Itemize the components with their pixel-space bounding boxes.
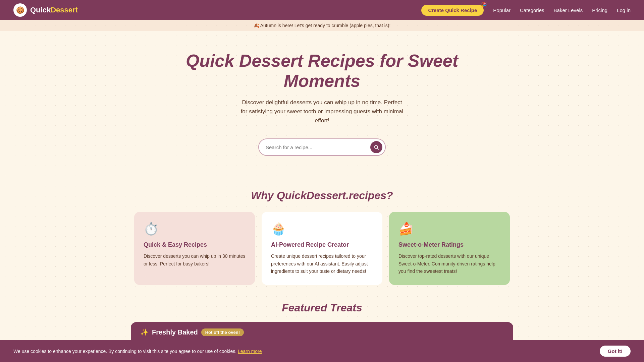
- card-title-2: Sweet-o-Meter Ratings: [398, 241, 500, 248]
- nav-link-baker-levels[interactable]: Baker Levels: [554, 7, 583, 13]
- freshly-baked-label: Freshly Baked: [152, 328, 198, 336]
- create-quick-recipe-button[interactable]: Create Quick Recipe: [421, 5, 484, 16]
- card-sweet-o-meter: 🍰 Sweet-o-Meter Ratings Discover top-rat…: [389, 212, 510, 285]
- nav-link-categories[interactable]: Categories: [520, 7, 544, 13]
- logo-icon: 🍪: [13, 3, 27, 17]
- hot-badge: Hot off the oven!: [201, 328, 244, 336]
- feature-cards: ⏱️ Quick & Easy Recipes Discover dessert…: [131, 212, 513, 285]
- nav-link-pricing[interactable]: Pricing: [592, 7, 607, 13]
- search-bar: [258, 138, 386, 156]
- search-icon: [374, 144, 379, 150]
- card-title-0: Quick & Easy Recipes: [144, 241, 246, 248]
- search-input[interactable]: [266, 144, 370, 150]
- announcement-icon: 🍂: [254, 23, 259, 28]
- navbar-logo: 🍪 QuickDessert: [13, 3, 78, 17]
- cookie-message: We use cookies to enhance your experienc…: [13, 349, 236, 354]
- learn-more-link[interactable]: Learn more: [238, 349, 262, 354]
- why-title: Why QuickDessert.recipes?: [251, 189, 393, 202]
- announcement-banner: 🍂 Autumn is here! Let's get ready to cru…: [0, 20, 644, 31]
- card-icon-1: 🧁: [271, 222, 373, 236]
- search-button[interactable]: [370, 141, 382, 153]
- card-quick-easy: ⏱️ Quick & Easy Recipes Discover dessert…: [134, 212, 255, 285]
- why-section: Why QuickDessert.recipes? ⏱️ Quick & Eas…: [0, 189, 644, 285]
- card-ai-powered: 🧁 AI-Powered Recipe Creator Create uniqu…: [262, 212, 382, 285]
- cookie-text: We use cookies to enhance your experienc…: [13, 349, 593, 354]
- hero-subtitle: Discover delightful desserts you can whi…: [238, 98, 406, 125]
- nav-link-login[interactable]: Log in: [617, 7, 631, 13]
- freshly-baked-bar: ✨ Freshly Baked Hot off the oven!: [131, 322, 513, 342]
- hero-section: Quick Dessert Recipes for Sweet Moments …: [0, 31, 644, 189]
- card-icon-2: 🍰: [398, 222, 500, 236]
- cookie-banner: We use cookies to enhance your experienc…: [0, 340, 644, 362]
- card-title-1: AI-Powered Recipe Creator: [271, 241, 373, 248]
- featured-title: Featured Treats: [282, 302, 362, 314]
- card-icon-0: ⏱️: [144, 222, 246, 236]
- logo-quick: Quick: [30, 6, 51, 14]
- freshly-baked-sparkle-icon: ✨: [140, 328, 149, 336]
- logo-text: QuickDessert: [30, 6, 78, 14]
- nav-link-popular[interactable]: Popular: [493, 7, 511, 13]
- logo-dessert: Dessert: [51, 6, 78, 14]
- navbar-right: Create Quick Recipe Popular Categories B…: [421, 5, 631, 16]
- card-desc-1: Create unique dessert recipes tailored t…: [271, 252, 373, 275]
- card-desc-0: Discover desserts you can whip up in 30 …: [144, 252, 246, 267]
- svg-line-1: [377, 148, 379, 149]
- hero-title: Quick Dessert Recipes for Sweet Moments: [171, 51, 473, 91]
- announcement-text: Autumn is here! Let's get ready to crumb…: [260, 23, 391, 28]
- navbar: 🍪 QuickDessert Create Quick Recipe Popul…: [0, 0, 644, 20]
- got-it-button[interactable]: Got it!: [600, 346, 631, 357]
- card-desc-2: Discover top-rated desserts with our uni…: [398, 252, 500, 275]
